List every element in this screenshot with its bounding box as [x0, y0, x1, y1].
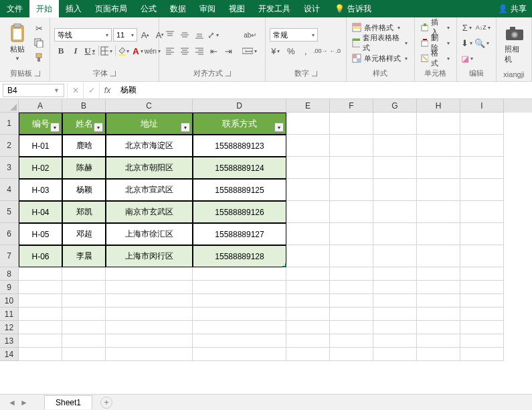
cell[interactable]	[106, 348, 193, 361]
share-button[interactable]: 👤 共享	[493, 3, 532, 15]
format-as-table-button[interactable]: 套用表格格式▾	[351, 36, 410, 50]
cell[interactable]: 南京市玄武区	[106, 201, 193, 223]
cell[interactable]	[286, 308, 330, 321]
cell[interactable]	[193, 348, 286, 361]
cell[interactable]	[373, 308, 417, 321]
name-box[interactable]: B4 ▼	[3, 84, 64, 97]
align-center-button[interactable]	[178, 44, 191, 58]
cell[interactable]: 地址▾	[106, 113, 193, 135]
dialog-launcher[interactable]	[35, 71, 40, 76]
merge-center-button[interactable]: ⟷▾	[240, 44, 261, 58]
menu-formulas[interactable]: 公式	[134, 0, 163, 17]
delete-cells-button[interactable]: 删除▾	[419, 36, 452, 50]
cell[interactable]	[417, 267, 460, 281]
menu-file[interactable]: 文件	[0, 0, 29, 17]
sheet-nav-next[interactable]: ►	[19, 397, 29, 408]
row-header[interactable]: 11	[0, 308, 19, 321]
accounting-format-button[interactable]: ¥▾	[270, 44, 283, 58]
column-header[interactable]: A	[19, 99, 62, 113]
cell[interactable]	[330, 201, 373, 223]
cell[interactable]	[330, 135, 373, 157]
cell[interactable]	[330, 223, 373, 245]
paste-button[interactable]: 粘贴 ▼	[4, 23, 31, 63]
column-header[interactable]: F	[330, 99, 373, 113]
align-bottom-button[interactable]	[193, 28, 206, 42]
cell[interactable]	[286, 201, 330, 223]
row-header[interactable]: 13	[0, 334, 19, 348]
cell[interactable]: 北京市海淀区	[106, 135, 193, 157]
cell[interactable]	[417, 294, 460, 308]
cell[interactable]	[62, 267, 106, 281]
cell[interactable]	[286, 179, 330, 201]
row-header[interactable]: 1	[0, 113, 19, 135]
cell[interactable]	[417, 157, 460, 179]
menu-devtools[interactable]: 开发工具	[252, 0, 297, 17]
cell[interactable]: H-05	[19, 223, 62, 245]
cell[interactable]: 15588889126	[193, 201, 286, 223]
cell[interactable]	[286, 223, 330, 245]
align-right-button[interactable]	[193, 44, 206, 58]
row-header[interactable]: 10	[0, 294, 19, 308]
font-color-button[interactable]: A▾	[132, 44, 145, 58]
cell[interactable]	[62, 308, 106, 321]
italic-button[interactable]: I	[69, 44, 82, 58]
decrease-indent-button[interactable]: ⇤	[207, 44, 221, 58]
dialog-launcher[interactable]	[226, 71, 231, 76]
cell[interactable]	[62, 281, 106, 294]
cell[interactable]	[106, 334, 193, 348]
cell[interactable]	[373, 294, 417, 308]
cut-button[interactable]: ✂	[32, 21, 46, 35]
cell[interactable]	[373, 157, 417, 179]
cell[interactable]	[330, 281, 373, 294]
format-cells-button[interactable]: 格式▾	[419, 52, 452, 65]
cell[interactable]: 邓超	[62, 223, 106, 245]
underline-button[interactable]: U▾	[84, 44, 97, 58]
cell[interactable]	[106, 308, 193, 321]
phonetic-button[interactable]: wén▾	[147, 44, 160, 58]
cell[interactable]	[373, 281, 417, 294]
cell[interactable]	[193, 308, 286, 321]
cell[interactable]	[417, 321, 460, 334]
cell[interactable]	[19, 281, 62, 294]
cell[interactable]	[330, 308, 373, 321]
cell[interactable]	[19, 294, 62, 308]
cell[interactable]: 15588889128	[193, 245, 286, 267]
cell[interactable]	[373, 334, 417, 348]
comma-button[interactable]: ,	[299, 44, 313, 58]
format-painter-button[interactable]	[32, 51, 46, 64]
column-header[interactable]: H	[417, 99, 460, 113]
cell[interactable]: H-03	[19, 179, 62, 201]
select-all-corner[interactable]	[0, 99, 19, 113]
cell[interactable]	[19, 348, 62, 361]
cell[interactable]: H-01	[19, 135, 62, 157]
increase-indent-button[interactable]: ⇥	[222, 44, 236, 58]
sheet-tab[interactable]: Sheet1	[44, 395, 92, 409]
align-middle-button[interactable]	[178, 28, 191, 42]
cancel-button[interactable]: ✕	[67, 82, 83, 98]
row-header[interactable]: 2	[0, 135, 19, 157]
cell[interactable]	[460, 223, 504, 245]
cell[interactable]	[460, 179, 504, 201]
filter-button[interactable]: ▾	[50, 123, 60, 132]
cell[interactable]: 姓名▾	[62, 113, 106, 135]
cell[interactable]	[460, 334, 504, 348]
cell[interactable]: 15588889125	[193, 179, 286, 201]
cell[interactable]	[106, 267, 193, 281]
decrease-decimal-button[interactable]: ←.0	[329, 44, 342, 58]
cell[interactable]	[460, 281, 504, 294]
cell[interactable]	[106, 281, 193, 294]
formula-input[interactable]: 杨颖	[115, 84, 532, 96]
font-name-combo[interactable]: 等线▾	[54, 28, 112, 42]
row-header[interactable]: 14	[0, 348, 19, 361]
column-header[interactable]: I	[460, 99, 504, 113]
cell[interactable]	[193, 294, 286, 308]
cell[interactable]	[330, 179, 373, 201]
column-header[interactable]: D	[193, 99, 286, 113]
cell[interactable]: 15588889124	[193, 157, 286, 179]
cell[interactable]: 上海市徐汇区	[106, 223, 193, 245]
cell[interactable]	[373, 179, 417, 201]
bold-button[interactable]: B	[54, 44, 68, 58]
cell[interactable]: 北京市宣武区	[106, 179, 193, 201]
cell[interactable]	[417, 334, 460, 348]
camera-button[interactable]: 照相机	[501, 23, 527, 66]
